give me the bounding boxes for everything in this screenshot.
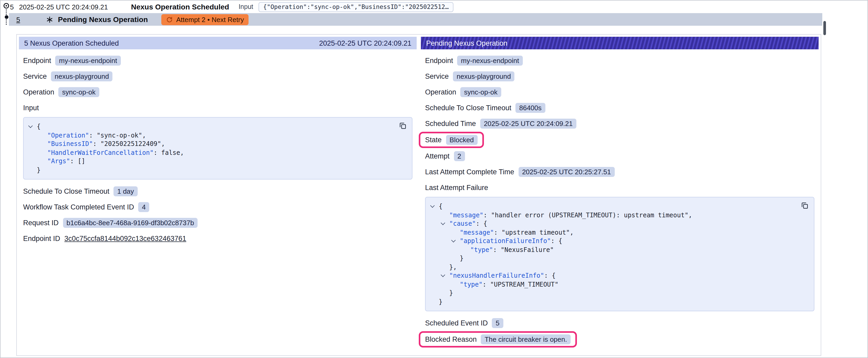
field-value-badge: sync-op-ok (59, 87, 99, 97)
last-attempt-failure-label: Last Attempt Failure (425, 184, 488, 192)
field-label: Operation (23, 88, 54, 96)
field-value-badge: nexus-playground (51, 71, 113, 82)
code-line: } (431, 289, 809, 297)
field-value-badge: nexus-playground (453, 71, 515, 82)
code-line: "applicationFailureInfo": { (431, 237, 809, 246)
timeline-connector (6, 20, 7, 25)
input-preview-chip: {"Operation":"sync-op-ok","BusinessID":"… (258, 2, 454, 12)
field-label: Service (23, 72, 47, 80)
input-json-block: {"Operation": "sync-op-ok","BusinessID":… (23, 117, 412, 180)
code-line: "message": "upstream timeout", (431, 228, 809, 237)
code-line: "cause": { (431, 220, 809, 228)
failure-json-block: {"message": "handler error (UPSTREAM_TIM… (425, 197, 814, 311)
scheduled-event-header-time: 2025-02-25 UTC 20:24:09.21 (319, 39, 411, 47)
copy-icon[interactable] (801, 202, 809, 209)
field-value-badge: 4 (138, 202, 149, 212)
collapse-chevron-icon[interactable] (29, 125, 37, 128)
pending-event-name: Pending Nexus Operation (58, 15, 148, 24)
event-id-link[interactable]: 5 (16, 15, 20, 23)
field-schedule-to-close-timeout: Schedule To Close Timeout86400s (425, 102, 546, 113)
field-value-badge: 86400s (516, 103, 545, 113)
field-endpoint: Endpointmy-nexus-endpoint (23, 55, 121, 66)
event-details-container: 5 Nexus Operation Scheduled 2025-02-25 U… (16, 34, 821, 356)
pending-operation-header-title: Pending Nexus Operation (426, 39, 507, 47)
field-value-badge: The circuit breaker is open. (481, 334, 571, 344)
highlight-annotation-blocked-reason: Blocked ReasonThe circuit breaker is ope… (419, 331, 577, 348)
field-value-badge: 2 (454, 151, 465, 161)
field-label: Operation (425, 88, 456, 96)
scrollbar-thumb[interactable] (823, 21, 826, 35)
attempt-retry-label: Attempt 2 • Next Retry (176, 15, 244, 23)
highlight-annotation-state: StateBlocked (419, 132, 484, 148)
code-line: "BusinessID": "20250225122409", (29, 140, 407, 148)
field-value-badge: 1 day (114, 186, 138, 196)
field-attempt: Attempt2 (425, 151, 465, 162)
event-marker-dot-icon (4, 15, 8, 19)
field-service: Servicenexus-playground (425, 71, 515, 82)
code-line: { (431, 202, 809, 211)
code-line: { (29, 122, 407, 131)
field-label: Endpoint (425, 57, 453, 65)
field-value-badge: 2025-02-25 UTC 20:24:09.21 (480, 119, 577, 129)
pending-asterisk-icon (46, 16, 53, 23)
code-line: "nexusHandlerFailureInfo": { (431, 271, 809, 280)
field-label: Service (425, 72, 449, 80)
field-value-badge: my-nexus-endpoint (56, 56, 121, 66)
pending-operation-panel: Pending Nexus Operation Endpointmy-nexus… (421, 37, 818, 353)
collapse-chevron-icon[interactable] (441, 222, 449, 225)
field-blocked-reason: Blocked ReasonThe circuit breaker is ope… (425, 333, 577, 346)
field-service: Servicenexus-playground (23, 71, 113, 82)
field-label: Endpoint (23, 57, 51, 65)
field-label: Blocked Reason (425, 335, 477, 343)
field-operation: Operationsync-op-ok (425, 87, 501, 98)
field-label: State (425, 136, 442, 144)
temporal-event-history-view: 5 2025-02-25 UTC 20:24:09.21 Nexus Opera… (0, 0, 868, 358)
attempt-retry-badge: Attempt 2 • Next Retry (161, 14, 249, 25)
code-line: }, (431, 263, 809, 271)
field-label: Endpoint ID (23, 235, 60, 242)
code-line: "type": "UPSTREAM_TIMEOUT" (431, 280, 809, 289)
field-label: Request ID (23, 219, 59, 227)
field-label: Schedule To Close Timeout (425, 104, 511, 112)
code-line: } (431, 254, 809, 263)
event-row-nexus-operation-scheduled[interactable]: 5 2025-02-25 UTC 20:24:09.21 Nexus Opera… (9, 1, 867, 13)
event-marker-circle-icon (3, 3, 9, 9)
collapse-chevron-icon[interactable] (441, 274, 449, 278)
field-scheduled-event-id: Scheduled Event ID5 (425, 318, 503, 329)
code-line: } (29, 166, 407, 174)
collapse-chevron-icon[interactable] (452, 240, 460, 243)
field-scheduled-time: Scheduled Time2025-02-25 UTC 20:24:09.21 (425, 118, 577, 129)
event-list: 5 2025-02-25 UTC 20:24:09.21 Nexus Opera… (9, 1, 867, 26)
field-label: Workflow Task Completed Event ID (23, 203, 134, 211)
event-timestamp: 2025-02-25 UTC 20:24:09.21 (19, 3, 108, 11)
collapse-chevron-icon[interactable] (431, 205, 439, 208)
pending-operation-header: Pending Nexus Operation (421, 37, 818, 50)
scheduled-event-panel: 5 Nexus Operation Scheduled 2025-02-25 U… (19, 37, 417, 353)
code-line: "type": "NexusFailure" (431, 246, 809, 254)
field-label: Attempt (425, 152, 450, 160)
field-state: StateBlocked (425, 134, 484, 146)
event-row-pending-nexus-operation[interactable]: 5 Pending Nexus Operation Attempt 2 • Ne… (9, 13, 822, 26)
code-line: "HandlerWaitForCancellation": false, (29, 148, 407, 157)
timeline-connector (6, 9, 7, 15)
code-line: "message": "handler error (UPSTREAM_TIME… (431, 211, 809, 220)
field-value-badge: b1c6a4bc-8ee7-468a-9169-df3b02c8737b (63, 218, 198, 228)
field-label: Scheduled Time (425, 120, 476, 128)
field-last-attempt-complete-time: Last Attempt Complete Time2025-02-25 UTC… (425, 166, 615, 177)
field-label: Scheduled Event ID (425, 319, 488, 327)
field-endpoint-id: Endpoint ID3c0c75ccfa8144b092c13ce632463… (23, 233, 186, 244)
event-timeline-rail (3, 3, 10, 25)
field-label: Last Attempt Complete Time (425, 168, 514, 176)
input-label: Input (239, 3, 253, 10)
field-label: Schedule To Close Timeout (23, 187, 109, 195)
field-value-badge: my-nexus-endpoint (457, 56, 523, 66)
field-request-id: Request IDb1c6a4bc-8ee7-468a-9169-df3b02… (23, 217, 198, 228)
code-line: "Args": [] (29, 157, 407, 166)
event-id[interactable]: 5 (10, 3, 14, 11)
field-value-link[interactable]: 3c0c75ccfa8144b092c13ce632463761 (64, 235, 186, 242)
field-value-badge: 2025-02-25 UTC 20:25:27.51 (518, 167, 615, 177)
scheduled-event-body: Endpointmy-nexus-endpointServicenexus-pl… (19, 50, 417, 252)
field-operation: Operationsync-op-ok (23, 87, 99, 98)
scheduled-event-header-title: 5 Nexus Operation Scheduled (24, 39, 119, 47)
copy-icon[interactable] (399, 122, 407, 130)
